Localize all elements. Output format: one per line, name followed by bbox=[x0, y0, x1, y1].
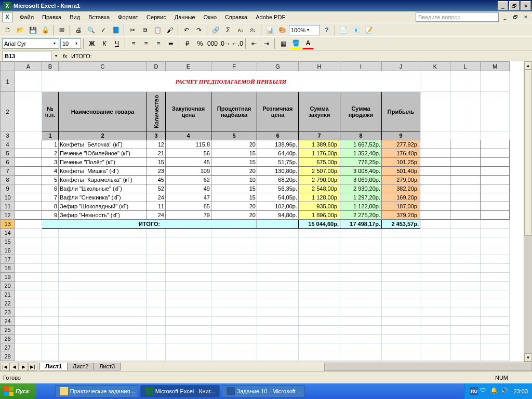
font-color-icon[interactable]: A bbox=[302, 38, 314, 49]
clock[interactable]: 23:03 bbox=[513, 388, 528, 394]
save-icon[interactable]: 💾 bbox=[27, 24, 38, 36]
col-C[interactable]: C bbox=[59, 62, 147, 71]
menu-data[interactable]: Данные bbox=[170, 13, 200, 21]
new-icon[interactable]: 🗋 bbox=[2, 24, 14, 36]
tab-nav-last-icon[interactable]: ▶| bbox=[28, 363, 37, 371]
empty-row[interactable]: 15 bbox=[1, 237, 510, 246]
decrease-decimal-icon[interactable]: ←.0 bbox=[232, 38, 243, 49]
table-row[interactable]: 85Конфеты "Карамелька" (кГ)45621068,20p.… bbox=[1, 176, 510, 184]
menu-window[interactable]: Окно bbox=[200, 13, 221, 21]
hdr-buyprice[interactable]: Закупочная цена bbox=[166, 92, 211, 131]
font-name-combo[interactable]: Arial Cyr▾ bbox=[2, 38, 59, 49]
currency-icon[interactable]: ₽ bbox=[182, 38, 193, 49]
formula-content[interactable]: ИТОГО: bbox=[71, 53, 532, 59]
vertical-scrollbar[interactable]: ▲ ▼ bbox=[524, 61, 532, 362]
col-I[interactable]: I bbox=[340, 62, 382, 71]
percent-icon[interactable]: % bbox=[194, 38, 206, 49]
sheet-tab-2[interactable]: Лист2 bbox=[67, 363, 94, 370]
empty-row[interactable]: 27 bbox=[1, 343, 510, 352]
table-row[interactable]: 96Вафли "Школьные" (кГ)52491556,35p.2 54… bbox=[1, 184, 510, 193]
col-D[interactable]: D bbox=[147, 62, 166, 71]
undo-icon[interactable]: ↶ bbox=[181, 24, 192, 36]
taskbar-item-word[interactable]: Задание 10 - Microsoft ... bbox=[222, 385, 305, 397]
menu-file[interactable]: Файл bbox=[16, 13, 38, 21]
col-L[interactable]: L bbox=[450, 62, 481, 71]
menu-edit[interactable]: Правка bbox=[38, 13, 65, 21]
language-icon[interactable]: RU bbox=[470, 387, 478, 395]
chart-icon[interactable]: 📊 bbox=[264, 24, 275, 36]
align-right-icon[interactable]: ≡ bbox=[153, 38, 164, 49]
row-3[interactable]: 3 1 2 3 4 5 6 7 8 9 bbox=[1, 131, 510, 140]
name-box[interactable]: B13 bbox=[2, 51, 51, 61]
empty-row[interactable]: 23 bbox=[1, 308, 510, 317]
hdr-num[interactable]: № п.п. bbox=[42, 92, 59, 131]
menu-tools[interactable]: Сервис bbox=[142, 13, 170, 21]
zoom-combo[interactable]: 100%▾ bbox=[289, 25, 320, 35]
format-painter-icon[interactable]: 🖌 bbox=[164, 24, 176, 36]
table-row[interactable]: 52Печенье "Юбилейное" (кГ)21561564,40p.1… bbox=[1, 149, 510, 158]
empty-row[interactable]: 26 bbox=[1, 335, 510, 343]
taskbar-item-folder[interactable]: Практические задания ... bbox=[55, 385, 138, 397]
tray-icon[interactable]: 🔔 bbox=[490, 387, 499, 395]
drawing-icon[interactable]: 🎨 bbox=[276, 24, 288, 36]
doc-close-button[interactable]: ✕ bbox=[522, 14, 530, 21]
autosum-icon[interactable]: Σ bbox=[222, 24, 234, 36]
doc-restore-button[interactable]: 🗗 bbox=[511, 14, 520, 21]
bold-icon[interactable]: Ж bbox=[86, 38, 98, 49]
col-M[interactable]: M bbox=[481, 62, 510, 71]
sort-asc-icon[interactable]: A↓ bbox=[235, 24, 246, 36]
menu-format[interactable]: Формат bbox=[114, 13, 142, 21]
page-title[interactable]: РАСЧЁТ ПРЕДПОЛАГАЕМОЙ ПРИБЫЛИ bbox=[42, 71, 420, 92]
permission-icon[interactable]: 🔓 bbox=[39, 24, 51, 36]
col-J[interactable]: J bbox=[382, 62, 420, 71]
hdr-sumsell[interactable]: Сумма продажи bbox=[340, 92, 382, 131]
hdr-sumbuy[interactable]: Сумма закупки bbox=[299, 92, 340, 131]
increase-decimal-icon[interactable]: .0→ bbox=[219, 38, 231, 49]
empty-row[interactable]: 20 bbox=[1, 282, 510, 290]
preview-icon[interactable]: 🔍 bbox=[85, 24, 97, 36]
row-1[interactable]: 1 РАСЧЁТ ПРЕДПОЛАГАЕМОЙ ПРИБЫЛИ bbox=[1, 71, 510, 92]
align-left-icon[interactable]: ≡ bbox=[128, 38, 139, 49]
hdr-qty[interactable]: Количество bbox=[147, 92, 166, 131]
help-icon[interactable]: ? bbox=[321, 24, 332, 36]
help-search-box[interactable]: Введите вопрос bbox=[416, 12, 499, 22]
pdf-review-icon[interactable]: 📝 bbox=[363, 24, 374, 36]
open-icon[interactable]: 📂 bbox=[15, 24, 26, 36]
tab-nav-first-icon[interactable]: |◀ bbox=[0, 363, 9, 371]
empty-row[interactable]: 19 bbox=[1, 273, 510, 282]
total-sumsell[interactable]: 17 498,17p. bbox=[340, 220, 382, 229]
empty-row[interactable]: 28 bbox=[1, 352, 510, 361]
empty-row[interactable]: 18 bbox=[1, 264, 510, 273]
empty-row[interactable]: 17 bbox=[1, 255, 510, 264]
font-size-combo[interactable]: 10▾ bbox=[60, 38, 81, 49]
minimize-button[interactable]: _ bbox=[498, 1, 508, 10]
fill-color-icon[interactable]: 🪣 bbox=[290, 38, 301, 49]
menu-adobe[interactable]: Adobe PDF bbox=[251, 13, 289, 21]
col-A[interactable]: A bbox=[15, 62, 42, 71]
hdr-name[interactable]: Наименование товара bbox=[59, 92, 147, 131]
total-label[interactable]: ИТОГО: bbox=[42, 220, 257, 229]
borders-icon[interactable]: ▦ bbox=[277, 38, 289, 49]
total-profit[interactable]: 2 453,57p. bbox=[382, 220, 420, 229]
underline-icon[interactable]: Ч bbox=[111, 38, 123, 49]
fx-icon[interactable]: fx bbox=[59, 53, 71, 59]
copy-icon[interactable]: ⧉ bbox=[139, 24, 151, 36]
empty-row[interactable]: 14 bbox=[1, 229, 510, 237]
increase-indent-icon[interactable]: ⇥ bbox=[261, 38, 272, 49]
merge-center-icon[interactable]: ⬌ bbox=[165, 38, 177, 49]
redo-icon[interactable]: ↷ bbox=[193, 24, 205, 36]
table-row[interactable]: 63Печенье "Полёт" (кГ)15451551,75p.675,0… bbox=[1, 158, 510, 167]
col-G[interactable]: G bbox=[257, 62, 299, 71]
doc-minimize-button[interactable]: _ bbox=[501, 14, 509, 21]
print-icon[interactable]: 🖨 bbox=[73, 24, 84, 36]
hdr-markup[interactable]: Процентная надбавка bbox=[211, 92, 257, 131]
email-icon[interactable]: ✉ bbox=[56, 24, 68, 36]
name-dropdown-icon[interactable]: ▾ bbox=[54, 54, 59, 58]
col-H[interactable]: H bbox=[299, 62, 340, 71]
table-row[interactable]: 107Вафли "Снежинка" (кГ)24471554,05p.1 1… bbox=[1, 193, 510, 202]
close-button[interactable]: ✕ bbox=[521, 1, 531, 10]
menu-help[interactable]: Справка bbox=[221, 13, 251, 21]
research-icon[interactable]: 📘 bbox=[110, 24, 122, 36]
scroll-thumb[interactable] bbox=[524, 70, 532, 236]
spreadsheet-grid[interactable]: A B C D E F G H I J K L M 1 РАСЧЁТ ПРЕДП… bbox=[0, 61, 524, 362]
